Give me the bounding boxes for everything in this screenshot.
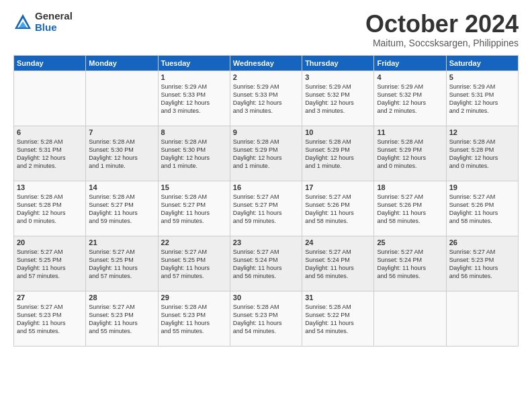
calendar-cell	[374, 291, 446, 346]
day-info: Sunrise: 5:27 AM Sunset: 5:23 PM Dayligh…	[449, 248, 515, 281]
day-number: 10	[305, 128, 371, 136]
calendar-cell: 16Sunrise: 5:27 AM Sunset: 5:27 PM Dayli…	[230, 181, 302, 236]
day-number: 1	[161, 73, 227, 81]
day-number: 15	[161, 183, 227, 191]
day-info: Sunrise: 5:28 AM Sunset: 5:29 PM Dayligh…	[233, 138, 299, 171]
calendar-header: SundayMondayTuesdayWednesdayThursdayFrid…	[14, 55, 519, 71]
day-number: 28	[89, 293, 154, 302]
day-number: 24	[305, 238, 371, 246]
calendar-cell: 30Sunrise: 5:28 AM Sunset: 5:23 PM Dayli…	[230, 291, 302, 346]
calendar-cell: 6Sunrise: 5:28 AM Sunset: 5:31 PM Daylig…	[14, 126, 86, 181]
calendar-cell: 22Sunrise: 5:27 AM Sunset: 5:25 PM Dayli…	[158, 236, 230, 291]
day-info: Sunrise: 5:28 AM Sunset: 5:28 PM Dayligh…	[17, 193, 83, 226]
day-info: Sunrise: 5:27 AM Sunset: 5:25 PM Dayligh…	[17, 248, 83, 281]
header: General Blue October 2024 Maitum, Soccsk…	[13, 11, 519, 48]
day-info: Sunrise: 5:28 AM Sunset: 5:31 PM Dayligh…	[17, 138, 83, 171]
calendar-body: 1Sunrise: 5:29 AM Sunset: 5:33 PM Daylig…	[14, 71, 519, 346]
day-info: Sunrise: 5:28 AM Sunset: 5:27 PM Dayligh…	[161, 193, 227, 226]
calendar-cell: 4Sunrise: 5:29 AM Sunset: 5:32 PM Daylig…	[374, 71, 446, 126]
day-info: Sunrise: 5:27 AM Sunset: 5:23 PM Dayligh…	[17, 303, 83, 336]
calendar-table: SundayMondayTuesdayWednesdayThursdayFrid…	[13, 55, 519, 347]
calendar-cell: 3Sunrise: 5:29 AM Sunset: 5:32 PM Daylig…	[302, 71, 374, 126]
week-row-3: 13Sunrise: 5:28 AM Sunset: 5:28 PM Dayli…	[14, 181, 519, 236]
calendar-cell	[446, 291, 518, 346]
day-number: 23	[233, 238, 299, 246]
day-info: Sunrise: 5:29 AM Sunset: 5:31 PM Dayligh…	[449, 83, 515, 116]
day-number: 16	[233, 183, 299, 191]
day-number: 30	[233, 293, 299, 302]
location-subtitle: Maitum, Soccsksargen, Philippines	[365, 38, 519, 48]
calendar-cell: 29Sunrise: 5:28 AM Sunset: 5:23 PM Dayli…	[158, 291, 230, 346]
calendar-cell: 7Sunrise: 5:28 AM Sunset: 5:30 PM Daylig…	[86, 126, 158, 181]
day-info: Sunrise: 5:28 AM Sunset: 5:28 PM Dayligh…	[449, 138, 515, 171]
calendar-cell: 15Sunrise: 5:28 AM Sunset: 5:27 PM Dayli…	[158, 181, 230, 236]
day-info: Sunrise: 5:27 AM Sunset: 5:26 PM Dayligh…	[305, 193, 371, 226]
day-number: 26	[449, 238, 515, 246]
day-info: Sunrise: 5:29 AM Sunset: 5:33 PM Dayligh…	[161, 83, 227, 116]
calendar-cell: 25Sunrise: 5:27 AM Sunset: 5:24 PM Dayli…	[374, 236, 446, 291]
calendar-cell: 17Sunrise: 5:27 AM Sunset: 5:26 PM Dayli…	[302, 181, 374, 236]
day-number: 14	[89, 183, 154, 191]
calendar-cell: 11Sunrise: 5:28 AM Sunset: 5:29 PM Dayli…	[374, 126, 446, 181]
day-number: 19	[449, 183, 515, 191]
weekday-header-sunday: Sunday	[14, 55, 86, 71]
calendar-cell: 20Sunrise: 5:27 AM Sunset: 5:25 PM Dayli…	[14, 236, 86, 291]
day-number: 13	[17, 183, 83, 191]
logo-icon	[13, 13, 32, 32]
calendar-cell: 12Sunrise: 5:28 AM Sunset: 5:28 PM Dayli…	[446, 126, 518, 181]
day-number: 31	[305, 293, 371, 302]
day-info: Sunrise: 5:27 AM Sunset: 5:27 PM Dayligh…	[233, 193, 299, 226]
day-number: 20	[17, 238, 83, 246]
day-info: Sunrise: 5:28 AM Sunset: 5:30 PM Dayligh…	[89, 138, 154, 171]
day-info: Sunrise: 5:27 AM Sunset: 5:24 PM Dayligh…	[305, 248, 371, 281]
page: General Blue October 2024 Maitum, Soccsk…	[0, 0, 532, 411]
day-number: 12	[449, 128, 515, 136]
day-info: Sunrise: 5:27 AM Sunset: 5:25 PM Dayligh…	[161, 248, 227, 281]
day-info: Sunrise: 5:29 AM Sunset: 5:32 PM Dayligh…	[377, 83, 443, 116]
calendar-cell: 19Sunrise: 5:27 AM Sunset: 5:26 PM Dayli…	[446, 181, 518, 236]
calendar-cell: 14Sunrise: 5:28 AM Sunset: 5:27 PM Dayli…	[86, 181, 158, 236]
week-row-2: 6Sunrise: 5:28 AM Sunset: 5:31 PM Daylig…	[14, 126, 519, 181]
day-number: 3	[305, 73, 371, 81]
day-number: 2	[233, 73, 299, 81]
calendar-cell: 13Sunrise: 5:28 AM Sunset: 5:28 PM Dayli…	[14, 181, 86, 236]
calendar-cell: 26Sunrise: 5:27 AM Sunset: 5:23 PM Dayli…	[446, 236, 518, 291]
calendar-cell: 24Sunrise: 5:27 AM Sunset: 5:24 PM Dayli…	[302, 236, 374, 291]
week-row-4: 20Sunrise: 5:27 AM Sunset: 5:25 PM Dayli…	[14, 236, 519, 291]
day-number: 22	[161, 238, 227, 246]
day-number: 27	[17, 293, 83, 302]
calendar-cell: 10Sunrise: 5:28 AM Sunset: 5:29 PM Dayli…	[302, 126, 374, 181]
calendar-cell: 2Sunrise: 5:29 AM Sunset: 5:33 PM Daylig…	[230, 71, 302, 126]
calendar-cell: 31Sunrise: 5:28 AM Sunset: 5:22 PM Dayli…	[302, 291, 374, 346]
calendar-cell: 18Sunrise: 5:27 AM Sunset: 5:26 PM Dayli…	[374, 181, 446, 236]
weekday-header-saturday: Saturday	[446, 55, 518, 71]
day-number: 9	[233, 128, 299, 136]
day-info: Sunrise: 5:28 AM Sunset: 5:29 PM Dayligh…	[305, 138, 371, 171]
day-info: Sunrise: 5:28 AM Sunset: 5:22 PM Dayligh…	[305, 303, 371, 336]
day-info: Sunrise: 5:29 AM Sunset: 5:32 PM Dayligh…	[305, 83, 371, 116]
day-info: Sunrise: 5:28 AM Sunset: 5:23 PM Dayligh…	[161, 303, 227, 336]
day-number: 21	[89, 238, 154, 246]
weekday-header-wednesday: Wednesday	[230, 55, 302, 71]
logo: General Blue	[13, 11, 73, 33]
calendar-cell: 23Sunrise: 5:27 AM Sunset: 5:24 PM Dayli…	[230, 236, 302, 291]
week-row-5: 27Sunrise: 5:27 AM Sunset: 5:23 PM Dayli…	[14, 291, 519, 346]
day-info: Sunrise: 5:27 AM Sunset: 5:26 PM Dayligh…	[449, 193, 515, 226]
day-info: Sunrise: 5:27 AM Sunset: 5:23 PM Dayligh…	[89, 303, 154, 336]
day-number: 11	[377, 128, 443, 136]
month-title: October 2024	[365, 11, 519, 38]
weekday-header-thursday: Thursday	[302, 55, 374, 71]
day-info: Sunrise: 5:27 AM Sunset: 5:24 PM Dayligh…	[233, 248, 299, 281]
day-info: Sunrise: 5:28 AM Sunset: 5:27 PM Dayligh…	[89, 193, 154, 226]
day-info: Sunrise: 5:27 AM Sunset: 5:26 PM Dayligh…	[377, 193, 443, 226]
calendar-cell: 5Sunrise: 5:29 AM Sunset: 5:31 PM Daylig…	[446, 71, 518, 126]
day-number: 29	[161, 293, 227, 302]
day-info: Sunrise: 5:27 AM Sunset: 5:24 PM Dayligh…	[377, 248, 443, 281]
calendar-cell: 28Sunrise: 5:27 AM Sunset: 5:23 PM Dayli…	[86, 291, 158, 346]
calendar-cell: 8Sunrise: 5:28 AM Sunset: 5:30 PM Daylig…	[158, 126, 230, 181]
day-info: Sunrise: 5:28 AM Sunset: 5:30 PM Dayligh…	[161, 138, 227, 171]
weekday-header-tuesday: Tuesday	[158, 55, 230, 71]
day-number: 5	[449, 73, 515, 81]
weekday-header-monday: Monday	[86, 55, 158, 71]
calendar-cell: 21Sunrise: 5:27 AM Sunset: 5:25 PM Dayli…	[86, 236, 158, 291]
